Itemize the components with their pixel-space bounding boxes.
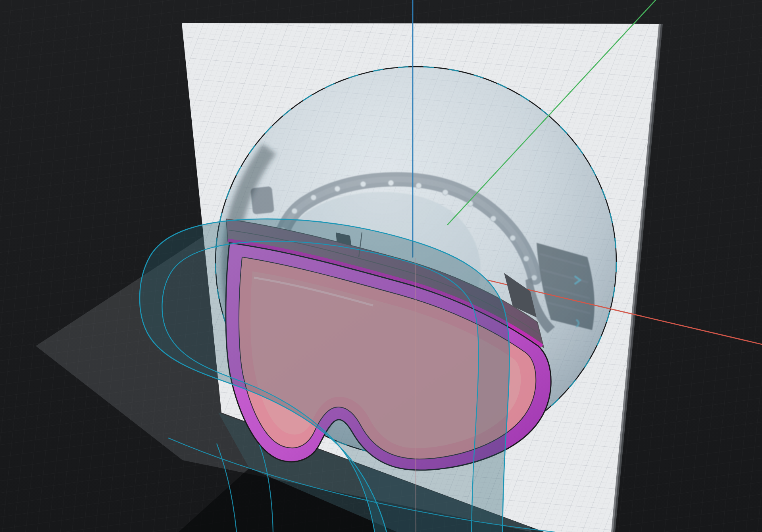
viewport-svg[interactable] [0, 0, 762, 532]
viewport-canvas[interactable] [0, 0, 762, 532]
